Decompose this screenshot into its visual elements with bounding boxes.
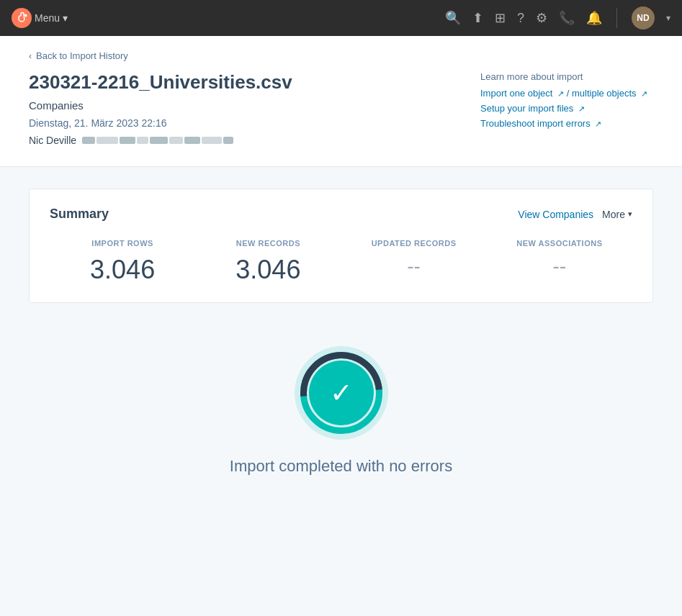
nav-left: Menu ▾ (12, 8, 68, 28)
stat-new-records: NEW RECORDS 3.046 (195, 239, 341, 285)
page-title: 230321-2216_Universities.csv (29, 71, 452, 94)
hubspot-logo-icon[interactable] (12, 8, 32, 28)
stat-updated-records: UPDATED RECORDS -- (341, 239, 487, 285)
stat-value-new-records: 3.046 (195, 255, 341, 285)
back-to-import-history-link[interactable]: ‹ Back to Import History (29, 50, 653, 61)
avatar-chevron-icon[interactable]: ▾ (666, 13, 670, 23)
stat-label-updated-records: UPDATED RECORDS (341, 239, 487, 248)
nav-divider (616, 8, 617, 28)
more-chevron-icon: ▾ (628, 209, 632, 219)
stat-value-import-rows: 3.046 (50, 255, 195, 285)
external-link-icon-4: ↗ (595, 119, 601, 128)
top-navigation: Menu ▾ 🔍 ⬆ ⊞ ? ⚙ 📞 🔔 ND ▾ (0, 0, 682, 36)
user-line: Nic Deville (29, 135, 452, 146)
import-one-object-link[interactable]: Import one object ↗ / multiple objects ↗ (480, 88, 653, 99)
notifications-button[interactable]: 🔔 (586, 10, 602, 26)
success-message: Import completed with no errors (230, 457, 452, 476)
main-content: Summary View Companies More ▾ IMPORT ROW… (0, 167, 682, 526)
back-chevron-icon: ‹ (29, 51, 32, 61)
stat-label-new-associations: NEW ASSOCIATIONS (487, 239, 632, 248)
stat-value-new-associations: -- (487, 255, 632, 278)
stat-new-associations: NEW ASSOCIATIONS -- (487, 239, 632, 285)
external-link-icon-3: ↗ (578, 104, 585, 113)
phone-button[interactable]: 📞 (559, 10, 575, 26)
summary-actions: View Companies More ▾ (518, 209, 632, 220)
nav-right: 🔍 ⬆ ⊞ ? ⚙ 📞 🔔 ND ▾ (445, 6, 670, 30)
stat-label-import-rows: IMPORT ROWS (50, 239, 195, 248)
stat-label-new-records: NEW RECORDS (195, 239, 341, 248)
summary-title: Summary (50, 207, 109, 222)
companies-label: Companies (29, 99, 452, 112)
summary-card: Summary View Companies More ▾ IMPORT ROW… (29, 189, 653, 303)
summary-header: Summary View Companies More ▾ (50, 207, 632, 222)
marketplace-button[interactable]: ⊞ (495, 10, 506, 26)
setup-import-files-link[interactable]: Setup your import files ↗ (480, 103, 653, 114)
header-left: 230321-2216_Universities.csv Companies D… (29, 71, 452, 146)
help-button[interactable]: ? (517, 11, 524, 26)
external-link-icon-2: ↗ (641, 89, 647, 98)
external-link-icon-1: ↗ (557, 89, 564, 98)
avatar[interactable]: ND (632, 6, 655, 30)
help-section: Learn more about import Import one objec… (452, 71, 653, 133)
view-companies-link[interactable]: View Companies (518, 209, 593, 220)
settings-button[interactable]: ⚙ (536, 10, 547, 26)
svg-point-1 (24, 14, 27, 17)
stats-row: IMPORT ROWS 3.046 NEW RECORDS 3.046 UPDA… (50, 239, 632, 285)
import-date: Dienstag, 21. März 2023 22:16 (29, 117, 452, 129)
stat-import-rows: IMPORT ROWS 3.046 (50, 239, 195, 285)
success-section: ✓ Import completed with no errors (29, 332, 653, 504)
success-circle: ✓ (309, 361, 374, 425)
more-button[interactable]: More ▾ (602, 209, 632, 220)
redacted-info (82, 137, 233, 144)
learn-more-title: Learn more about import (480, 71, 653, 82)
search-button[interactable]: 🔍 (445, 10, 461, 26)
checkmark-icon: ✓ (330, 379, 353, 407)
user-name: Nic Deville (29, 135, 76, 146)
troubleshoot-import-errors-link[interactable]: Troubleshoot import errors ↗ (480, 118, 653, 129)
svg-point-0 (12, 8, 32, 28)
page-header: ‹ Back to Import History 230321-2216_Uni… (0, 36, 682, 167)
upgrade-button[interactable]: ⬆ (472, 10, 483, 26)
stat-value-updated-records: -- (341, 255, 487, 278)
menu-button[interactable]: Menu ▾ (35, 12, 68, 24)
success-icon-wrapper: ✓ (295, 346, 388, 440)
header-content: 230321-2216_Universities.csv Companies D… (29, 71, 653, 146)
